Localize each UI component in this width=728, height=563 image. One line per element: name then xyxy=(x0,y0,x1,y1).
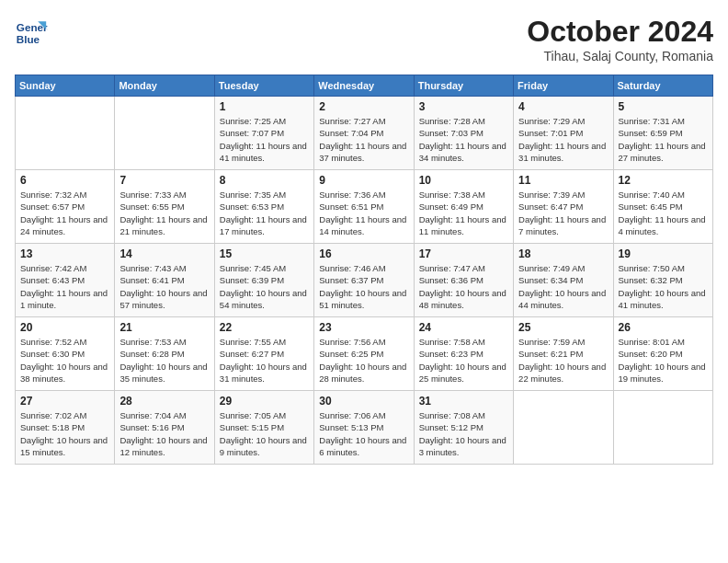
day-number: 9 xyxy=(319,174,408,187)
day-detail: Sunrise: 7:31 AM Sunset: 6:59 PM Dayligh… xyxy=(619,115,708,164)
location-title: Tihau, Salaj County, Romania xyxy=(527,49,713,63)
calendar-day-cell xyxy=(514,391,613,465)
calendar-day-cell xyxy=(115,97,214,170)
day-number: 10 xyxy=(419,174,508,187)
day-detail: Sunrise: 7:42 AM Sunset: 6:43 PM Dayligh… xyxy=(20,262,109,311)
calendar-week-row: 27Sunrise: 7:02 AM Sunset: 5:18 PM Dayli… xyxy=(16,391,713,465)
day-detail: Sunrise: 7:45 AM Sunset: 6:39 PM Dayligh… xyxy=(220,262,309,311)
day-number: 31 xyxy=(419,395,508,408)
calendar-day-cell: 25Sunrise: 7:59 AM Sunset: 6:21 PM Dayli… xyxy=(514,317,613,391)
weekday-header-cell: Sunday xyxy=(16,75,115,97)
calendar-day-cell: 19Sunrise: 7:50 AM Sunset: 6:32 PM Dayli… xyxy=(613,244,712,317)
day-number: 22 xyxy=(220,321,309,334)
calendar-day-cell xyxy=(613,391,712,465)
day-number: 17 xyxy=(419,247,508,260)
day-detail: Sunrise: 7:04 AM Sunset: 5:16 PM Dayligh… xyxy=(119,409,209,458)
day-number: 15 xyxy=(220,247,309,260)
calendar-day-cell: 16Sunrise: 7:46 AM Sunset: 6:37 PM Dayli… xyxy=(314,244,414,317)
calendar-week-row: 13Sunrise: 7:42 AM Sunset: 6:43 PM Dayli… xyxy=(16,244,713,317)
day-detail: Sunrise: 7:39 AM Sunset: 6:47 PM Dayligh… xyxy=(518,189,608,237)
day-number: 3 xyxy=(419,100,508,113)
day-number: 13 xyxy=(20,247,109,260)
calendar-table: SundayMondayTuesdayWednesdayThursdayFrid… xyxy=(15,75,713,465)
weekday-header-cell: Friday xyxy=(514,75,613,97)
day-number: 16 xyxy=(319,247,408,260)
day-number: 4 xyxy=(518,100,608,113)
calendar-day-cell: 14Sunrise: 7:43 AM Sunset: 6:41 PM Dayli… xyxy=(115,244,214,317)
day-number: 12 xyxy=(619,174,708,187)
day-detail: Sunrise: 7:43 AM Sunset: 6:41 PM Dayligh… xyxy=(119,262,209,311)
day-number: 30 xyxy=(319,395,408,408)
day-number: 19 xyxy=(619,247,708,260)
day-number: 2 xyxy=(319,100,408,113)
calendar-day-cell: 17Sunrise: 7:47 AM Sunset: 6:36 PM Dayli… xyxy=(414,244,513,317)
logo-icon: General Blue xyxy=(15,15,48,48)
day-number: 20 xyxy=(20,321,109,334)
day-number: 1 xyxy=(220,100,309,113)
calendar-day-cell: 21Sunrise: 7:53 AM Sunset: 6:28 PM Dayli… xyxy=(115,317,214,391)
calendar-day-cell: 31Sunrise: 7:08 AM Sunset: 5:12 PM Dayli… xyxy=(414,391,513,465)
calendar-week-row: 6Sunrise: 7:32 AM Sunset: 6:57 PM Daylig… xyxy=(16,170,713,244)
month-title: October 2024 xyxy=(527,15,713,49)
calendar-day-cell: 12Sunrise: 7:40 AM Sunset: 6:45 PM Dayli… xyxy=(613,170,712,244)
calendar-day-cell: 26Sunrise: 8:01 AM Sunset: 6:20 PM Dayli… xyxy=(613,317,712,391)
day-detail: Sunrise: 7:53 AM Sunset: 6:28 PM Dayligh… xyxy=(119,336,209,385)
day-detail: Sunrise: 7:02 AM Sunset: 5:18 PM Dayligh… xyxy=(20,409,109,458)
day-detail: Sunrise: 7:52 AM Sunset: 6:30 PM Dayligh… xyxy=(20,336,109,385)
day-detail: Sunrise: 7:55 AM Sunset: 6:27 PM Dayligh… xyxy=(220,336,309,385)
day-detail: Sunrise: 7:49 AM Sunset: 6:34 PM Dayligh… xyxy=(518,262,608,311)
calendar-day-cell: 18Sunrise: 7:49 AM Sunset: 6:34 PM Dayli… xyxy=(514,244,613,317)
calendar-day-cell: 10Sunrise: 7:38 AM Sunset: 6:49 PM Dayli… xyxy=(414,170,513,244)
day-detail: Sunrise: 7:06 AM Sunset: 5:13 PM Dayligh… xyxy=(319,409,408,458)
day-detail: Sunrise: 7:56 AM Sunset: 6:25 PM Dayligh… xyxy=(319,336,408,385)
day-number: 21 xyxy=(119,321,209,334)
day-detail: Sunrise: 7:29 AM Sunset: 7:01 PM Dayligh… xyxy=(518,115,608,164)
calendar-day-cell xyxy=(16,97,115,170)
calendar-day-cell: 28Sunrise: 7:04 AM Sunset: 5:16 PM Dayli… xyxy=(115,391,214,465)
day-detail: Sunrise: 7:50 AM Sunset: 6:32 PM Dayligh… xyxy=(619,262,708,311)
svg-text:Blue: Blue xyxy=(17,33,40,45)
day-detail: Sunrise: 7:59 AM Sunset: 6:21 PM Dayligh… xyxy=(518,336,608,385)
day-detail: Sunrise: 7:40 AM Sunset: 6:45 PM Dayligh… xyxy=(619,189,708,237)
day-number: 27 xyxy=(20,395,109,408)
day-number: 14 xyxy=(119,247,209,260)
calendar-day-cell: 9Sunrise: 7:36 AM Sunset: 6:51 PM Daylig… xyxy=(314,170,414,244)
calendar-day-cell: 20Sunrise: 7:52 AM Sunset: 6:30 PM Dayli… xyxy=(16,317,115,391)
calendar-day-cell: 6Sunrise: 7:32 AM Sunset: 6:57 PM Daylig… xyxy=(16,170,115,244)
calendar-day-cell: 8Sunrise: 7:35 AM Sunset: 6:53 PM Daylig… xyxy=(214,170,313,244)
calendar-day-cell: 7Sunrise: 7:33 AM Sunset: 6:55 PM Daylig… xyxy=(115,170,214,244)
calendar-day-cell: 5Sunrise: 7:31 AM Sunset: 6:59 PM Daylig… xyxy=(613,97,712,170)
weekday-header-cell: Wednesday xyxy=(314,75,414,97)
day-number: 23 xyxy=(319,321,408,334)
day-detail: Sunrise: 7:36 AM Sunset: 6:51 PM Dayligh… xyxy=(319,189,408,237)
calendar-day-cell: 1Sunrise: 7:25 AM Sunset: 7:07 PM Daylig… xyxy=(214,97,313,170)
day-detail: Sunrise: 7:25 AM Sunset: 7:07 PM Dayligh… xyxy=(220,115,309,164)
calendar-week-row: 20Sunrise: 7:52 AM Sunset: 6:30 PM Dayli… xyxy=(16,317,713,391)
weekday-header-cell: Saturday xyxy=(613,75,712,97)
day-detail: Sunrise: 7:05 AM Sunset: 5:15 PM Dayligh… xyxy=(220,409,309,458)
day-detail: Sunrise: 7:08 AM Sunset: 5:12 PM Dayligh… xyxy=(419,409,508,458)
calendar-day-cell: 24Sunrise: 7:58 AM Sunset: 6:23 PM Dayli… xyxy=(414,317,513,391)
day-detail: Sunrise: 7:35 AM Sunset: 6:53 PM Dayligh… xyxy=(220,189,309,237)
day-number: 24 xyxy=(419,321,508,334)
weekday-header-row: SundayMondayTuesdayWednesdayThursdayFrid… xyxy=(16,75,713,97)
calendar-day-cell: 30Sunrise: 7:06 AM Sunset: 5:13 PM Dayli… xyxy=(314,391,414,465)
calendar-week-row: 1Sunrise: 7:25 AM Sunset: 7:07 PM Daylig… xyxy=(16,97,713,170)
calendar-day-cell: 27Sunrise: 7:02 AM Sunset: 5:18 PM Dayli… xyxy=(16,391,115,465)
day-number: 29 xyxy=(220,395,309,408)
title-area: October 2024 Tihau, Salaj County, Romani… xyxy=(527,15,713,63)
calendar-day-cell: 13Sunrise: 7:42 AM Sunset: 6:43 PM Dayli… xyxy=(16,244,115,317)
day-detail: Sunrise: 7:27 AM Sunset: 7:04 PM Dayligh… xyxy=(319,115,408,164)
day-detail: Sunrise: 7:46 AM Sunset: 6:37 PM Dayligh… xyxy=(319,262,408,311)
day-detail: Sunrise: 7:58 AM Sunset: 6:23 PM Dayligh… xyxy=(419,336,508,385)
day-detail: Sunrise: 7:47 AM Sunset: 6:36 PM Dayligh… xyxy=(419,262,508,311)
day-detail: Sunrise: 7:32 AM Sunset: 6:57 PM Dayligh… xyxy=(20,189,109,237)
day-detail: Sunrise: 7:33 AM Sunset: 6:55 PM Dayligh… xyxy=(119,189,209,237)
logo: General Blue xyxy=(15,15,48,48)
calendar-day-cell: 23Sunrise: 7:56 AM Sunset: 6:25 PM Dayli… xyxy=(314,317,414,391)
day-number: 5 xyxy=(619,100,708,113)
day-number: 26 xyxy=(619,321,708,334)
day-number: 28 xyxy=(119,395,209,408)
day-number: 25 xyxy=(518,321,608,334)
day-number: 6 xyxy=(20,174,109,187)
